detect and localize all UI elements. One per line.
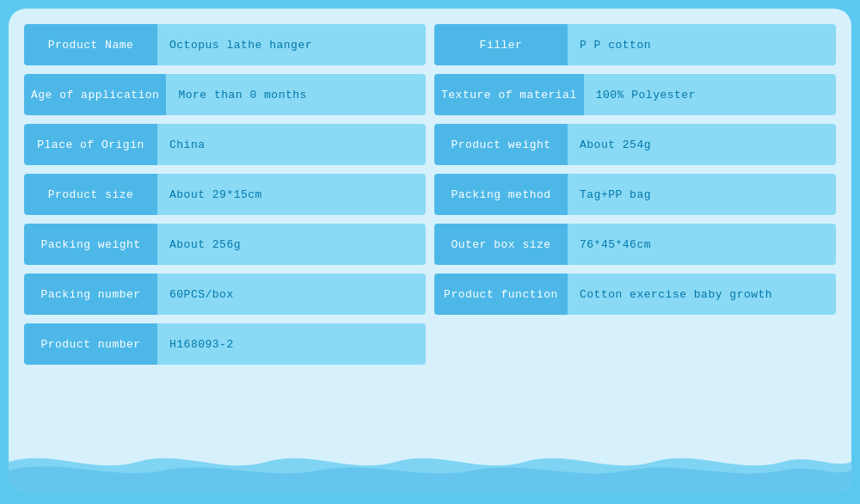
cell-value-right-1: 100% Polyester — [584, 74, 836, 115]
cell-value-left-2: China — [157, 124, 426, 165]
cell-value-left-3: About 29*15cm — [157, 174, 426, 215]
cell-label-right-3: Packing method — [434, 174, 568, 215]
table-row: Product sizeAbout 29*15cmPacking methodT… — [24, 174, 836, 215]
cell-label-right-2: Product weight — [434, 124, 568, 165]
empty-spacer — [434, 323, 836, 365]
cell-pair-left-0: Product NameOctopus lathe hanger — [24, 24, 426, 65]
cell-label-left-0: Product Name — [24, 24, 157, 65]
cell-value-left-0: Octopus lathe hanger — [157, 24, 426, 65]
cell-pair-left-2: Place of OriginChina — [24, 124, 426, 165]
wave-decoration — [9, 445, 851, 492]
cell-label-left-4: Packing weight — [24, 224, 157, 265]
cell-label-right-1: Texture of material — [434, 74, 584, 115]
cell-value-right-3: Tag+PP bag — [568, 174, 836, 215]
cell-pair-right-2: Product weightAbout 254g — [434, 124, 836, 165]
cell-label-left-5: Packing number — [24, 274, 157, 315]
cell-label-right-5: Product function — [434, 274, 568, 315]
cell-pair-left-1: Age of applicationMore than 0 months — [24, 74, 426, 115]
product-info-card: Product NameOctopus lathe hangerFillerP … — [9, 9, 851, 492]
cell-label-right-4: Outer box size — [434, 224, 568, 265]
table-row: Product NameOctopus lathe hangerFillerP … — [24, 24, 836, 65]
cell-value-right-4: 76*45*46cm — [568, 224, 836, 265]
cell-label-right-0: Filler — [434, 24, 568, 65]
cell-value-right-0: P P cotton — [568, 24, 836, 65]
table-row: Age of applicationMore than 0 monthsText… — [24, 74, 836, 115]
cell-pair-right-0: FillerP P cotton — [434, 24, 836, 65]
table-row: Packing weightAbout 256gOuter box size76… — [24, 224, 836, 265]
table-row: Place of OriginChinaProduct weightAbout … — [24, 124, 836, 165]
table-row: Packing number60PCS/boxProduct functionC… — [24, 274, 836, 315]
cell-label-left-1: Age of application — [24, 74, 166, 115]
cell-value-left-4: About 256g — [157, 224, 426, 265]
cell-value-right-2: About 254g — [568, 124, 836, 165]
cell-value-left-5: 60PCS/box — [157, 274, 426, 315]
table-content: Product NameOctopus lathe hangerFillerP … — [24, 24, 836, 365]
cell-value-right-5: Cotton exercise baby growth — [568, 274, 836, 315]
cell-pair-left-6: Product numberH168093-2 — [24, 323, 426, 365]
cell-pair-left-3: Product sizeAbout 29*15cm — [24, 174, 426, 215]
table-row: Product numberH168093-2 — [24, 323, 836, 365]
product-table: Product NameOctopus lathe hangerFillerP … — [24, 24, 836, 365]
cell-pair-right-4: Outer box size76*45*46cm — [434, 224, 836, 265]
cell-pair-right-5: Product functionCotton exercise baby gro… — [434, 274, 836, 315]
cell-value-left-6: H168093-2 — [157, 323, 426, 365]
cell-pair-left-4: Packing weightAbout 256g — [24, 224, 426, 265]
cell-pair-left-5: Packing number60PCS/box — [24, 274, 426, 315]
cell-label-left-3: Product size — [24, 174, 157, 215]
cell-pair-right-3: Packing methodTag+PP bag — [434, 174, 836, 215]
cell-pair-right-1: Texture of material100% Polyester — [434, 74, 836, 115]
cell-label-left-6: Product number — [24, 323, 157, 365]
cell-value-left-1: More than 0 months — [166, 74, 426, 115]
cell-label-left-2: Place of Origin — [24, 124, 157, 165]
